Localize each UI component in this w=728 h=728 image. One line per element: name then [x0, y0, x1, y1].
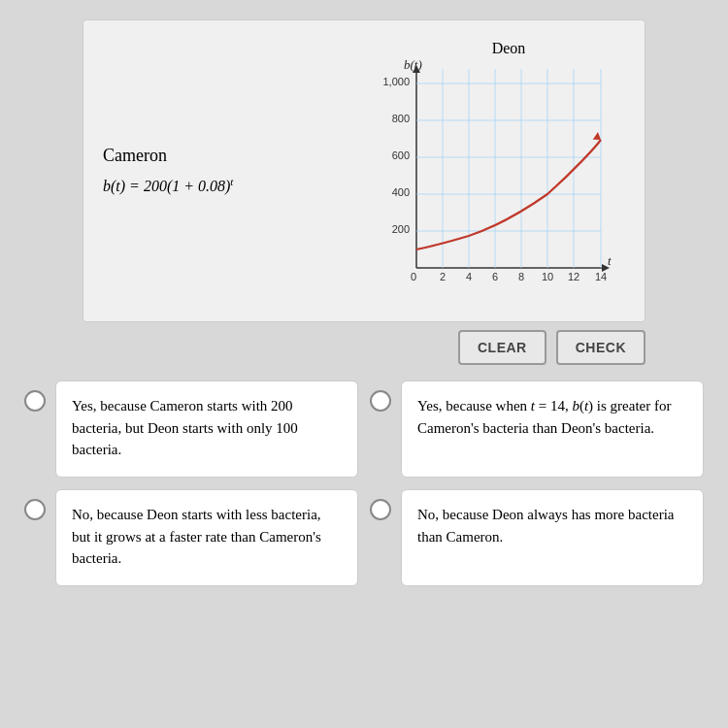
x-axis-label: t	[608, 253, 612, 268]
choice-c-item: No, because Deon starts with less bacter…	[24, 489, 358, 586]
cameron-side: Cameron b(t) = 200(1 + 0.08)t	[103, 146, 268, 195]
top-panel: Cameron b(t) = 200(1 + 0.08)t Deon b(t)	[83, 19, 645, 322]
x-tick-14: 14	[595, 271, 607, 282]
graph-svg: b(t)	[363, 59, 615, 307]
choice-d-text: No, because Deon always has more bacteri…	[417, 507, 674, 545]
y-tick-400: 400	[392, 186, 410, 198]
x-tick-6: 6	[492, 271, 498, 282]
x-tick-2: 2	[440, 271, 446, 282]
clear-button[interactable]: CLEAR	[458, 330, 546, 365]
check-button[interactable]: CHECK	[556, 330, 645, 365]
radio-c[interactable]	[24, 499, 46, 520]
choice-c-box[interactable]: No, because Deon starts with less bacter…	[55, 489, 358, 586]
y-tick-600: 600	[392, 149, 410, 161]
choice-b-text: Yes, because when t = 14, b(t) is greate…	[417, 398, 671, 436]
x-tick-4: 4	[466, 271, 472, 282]
x-tick-12: 12	[568, 271, 579, 282]
choice-d-item: No, because Deon always has more bacteri…	[370, 489, 704, 586]
deon-curve	[416, 140, 601, 249]
graph-container: Deon b(t)	[363, 40, 615, 302]
radio-b[interactable]	[370, 390, 391, 412]
radio-a[interactable]	[24, 390, 46, 412]
y-tick-1000: 1,000	[382, 76, 410, 87]
radio-d[interactable]	[370, 499, 391, 520]
graph-title: Deon	[402, 40, 615, 57]
choice-b-item: Yes, because when t = 14, b(t) is greate…	[370, 381, 704, 478]
x-tick-0: 0	[411, 271, 416, 282]
choice-a-item: Yes, because Cameron starts with 200 bac…	[24, 381, 358, 478]
choice-a-box[interactable]: Yes, because Cameron starts with 200 bac…	[55, 381, 358, 478]
main-container: Cameron b(t) = 200(1 + 0.08)t Deon b(t)	[0, 0, 728, 728]
cameron-formula: b(t) = 200(1 + 0.08)t	[103, 176, 233, 195]
choice-b-box[interactable]: Yes, because when t = 14, b(t) is greate…	[401, 381, 704, 478]
choices-grid: Yes, because Cameron starts with 200 bac…	[24, 381, 704, 586]
choice-d-box[interactable]: No, because Deon always has more bacteri…	[401, 489, 704, 586]
choice-a-text: Yes, because Cameron starts with 200 bac…	[72, 398, 298, 457]
y-tick-200: 200	[392, 223, 410, 235]
x-tick-8: 8	[518, 271, 524, 282]
x-tick-10: 10	[542, 271, 553, 282]
choice-c-text: No, because Deon starts with less bacter…	[72, 507, 321, 566]
action-buttons: CLEAR CHECK	[83, 330, 645, 365]
y-tick-800: 800	[392, 113, 410, 124]
cameron-label: Cameron	[103, 146, 167, 166]
graph-area: b(t)	[363, 59, 615, 307]
y-axis-label: b(t)	[404, 59, 422, 72]
